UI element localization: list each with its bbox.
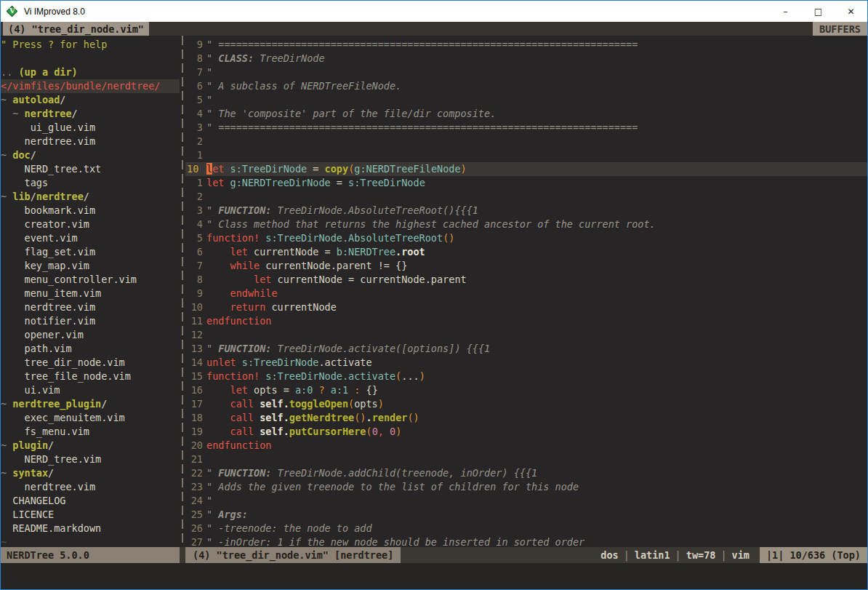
tree-row[interactable]: ui_glue.vim (1, 121, 180, 135)
tree-row[interactable]: LICENCE (1, 508, 180, 522)
statusline-info-item: tw=78 (686, 549, 716, 561)
code-line[interactable]: 25" Args: (185, 508, 867, 522)
code-line[interactable]: 1let g:NERDTreeDirNode = s:TreeDirNode (185, 176, 867, 190)
buffers-label: BUFFERS (813, 22, 867, 36)
code-line[interactable]: 5" (185, 93, 867, 107)
tree-row[interactable] (1, 52, 180, 65)
code-line[interactable]: 6" A subclass of NERDTreeFileNode. (185, 79, 867, 93)
code-line[interactable]: 19 call self.putCursorHere(0, 0) (185, 425, 867, 439)
tree-row[interactable]: nerdtree.vim (1, 300, 180, 314)
code-line[interactable]: 15function! s:TreeDirNode.activate(...) (185, 370, 867, 383)
tree-row[interactable]: nerdtree.vim (1, 135, 180, 148)
nerdtree-panel[interactable]: " Press ? for help.. (up a dir)</vimfile… (1, 36, 180, 547)
line-number: 3 (185, 121, 203, 135)
code-line-cursor[interactable]: 10let s:TreeDirNode = copy(g:NERDTreeFil… (185, 162, 867, 176)
line-number: 27 (185, 535, 203, 547)
tree-row[interactable]: tree_file_node.vim (1, 370, 180, 383)
editor-panel[interactable]: 9" =====================================… (185, 36, 867, 547)
tree-row[interactable]: creator.vim (1, 218, 180, 231)
code-line[interactable]: 23" Adds the given treenode to the list … (185, 480, 867, 494)
code-line[interactable]: 6 let currentNode = b:NERDTree.root (185, 245, 867, 259)
line-number: 24 (185, 494, 203, 508)
buffer-tab[interactable]: (4) "tree_dir_node.vim" (3, 22, 149, 36)
tree-row[interactable]: ~ nerdtree/ (1, 107, 180, 121)
tree-row[interactable]: fs_menu.vim (1, 425, 180, 439)
code-line[interactable]: 13" FUNCTION: TreeDirNode.activate([opti… (185, 342, 867, 356)
code-line[interactable]: 7" (185, 65, 867, 79)
tree-row[interactable]: NERD_tree.vim (1, 453, 180, 466)
tree-row[interactable]: ui.vim (1, 383, 180, 397)
tree-row[interactable]: " Press ? for help (1, 38, 180, 52)
tree-row[interactable]: tags (1, 176, 180, 190)
line-number: 10 (185, 300, 203, 314)
code-line[interactable]: 11endfunction (185, 314, 867, 328)
code-line[interactable]: 8 let currentNode = currentNode.parent (185, 273, 867, 287)
line-number: 9 (185, 38, 203, 52)
line-number: 5 (185, 93, 203, 107)
code-line[interactable]: 4" Class method that returns the highest… (185, 218, 867, 231)
code-line[interactable]: 27" -inOrder: 1 if the new node should b… (185, 535, 867, 547)
line-number: 7 (185, 65, 203, 79)
code-line[interactable]: 7 while currentNode.parent != {} (185, 259, 867, 273)
app-window: V Vi IMproved 8.0 – □ ✕ (4) "tree_dir_no… (0, 0, 868, 590)
tree-row[interactable]: tree_dir_node.vim (1, 356, 180, 370)
code-line[interactable]: 4" The 'composite' part of the file/dir … (185, 107, 867, 121)
tree-row[interactable]: ~ doc/ (1, 148, 180, 162)
code-line[interactable]: 2 (185, 135, 867, 148)
tree-row[interactable]: README.markdown (1, 522, 180, 535)
tree-row[interactable]: .. (up a dir) (1, 65, 180, 79)
code-line[interactable]: 16 let opts = a:0 ? a:1 : {} (185, 383, 867, 397)
code-line[interactable]: 9" =====================================… (185, 38, 867, 52)
line-number: 23 (185, 480, 203, 494)
tree-row[interactable]: bookmark.vim (1, 204, 180, 218)
window-split-separator[interactable] (180, 36, 185, 547)
code-line[interactable]: 9 endwhile (185, 287, 867, 300)
tree-row[interactable]: ~ autoload/ (1, 93, 180, 107)
code-line[interactable]: 17 call self.toggleOpen(opts) (185, 397, 867, 411)
code-line[interactable]: 3" =====================================… (185, 121, 867, 135)
tree-row[interactable]: opener.vim (1, 328, 180, 342)
code-line[interactable]: 20endfunction (185, 439, 867, 453)
code-line[interactable]: 2 (185, 190, 867, 204)
code-line[interactable]: 8" CLASS: TreeDirNode (185, 52, 867, 65)
tree-row-selected-root[interactable]: </vimfiles/bundle/nerdtree/ (1, 79, 180, 93)
tree-row[interactable]: exec_menuitem.vim (1, 411, 180, 425)
close-button[interactable]: ✕ (835, 1, 867, 22)
tree-row[interactable]: NERD_tree.txt (1, 162, 180, 176)
line-number: 2 (185, 190, 203, 204)
tree-row[interactable]: flag_set.vim (1, 245, 180, 259)
line-number: 18 (185, 411, 203, 425)
tree-row[interactable]: event.vim (1, 231, 180, 245)
statusline-separator: | (670, 549, 686, 561)
code-line[interactable]: 14unlet s:TreeDirNode.activate (185, 356, 867, 370)
tree-row[interactable]: ~ plugin/ (1, 439, 180, 453)
tree-row[interactable]: menu_controller.vim (1, 273, 180, 287)
tree-row[interactable]: CHANGELOG (1, 494, 180, 508)
code-line[interactable]: 26" -treenode: the node to add (185, 522, 867, 535)
code-line[interactable]: 5function! s:TreeDirNode.AbsoluteTreeRoo… (185, 231, 867, 245)
line-number: 11 (185, 314, 203, 328)
code-line[interactable]: 12 (185, 328, 867, 342)
code-line[interactable]: 18 call self.getNerdtree().render() (185, 411, 867, 425)
tree-row[interactable]: nerdtree.vim (1, 480, 180, 494)
tree-row[interactable]: ~ lib/nerdtree/ (1, 190, 180, 204)
code-line[interactable]: 1 (185, 148, 867, 162)
line-number: 20 (185, 439, 203, 453)
line-number: 19 (185, 425, 203, 439)
code-line[interactable]: 10 return currentNode (185, 300, 867, 314)
tree-row[interactable]: path.vim (1, 342, 180, 356)
tree-row[interactable]: menu_item.vim (1, 287, 180, 300)
minimize-button[interactable]: – (769, 1, 802, 22)
code-line[interactable]: 22" FUNCTION: TreeDirNode.addChild(treen… (185, 466, 867, 480)
maximize-button[interactable]: □ (802, 1, 835, 22)
line-number: 4 (185, 218, 203, 231)
code-line[interactable]: 24" (185, 494, 867, 508)
code-line[interactable]: 21 (185, 453, 867, 466)
tree-row[interactable]: ~ (1, 535, 180, 547)
tree-row[interactable]: ~ syntax/ (1, 466, 180, 480)
statusline-file-info: dos|latin1|tw=78|vim (401, 547, 760, 563)
tree-row[interactable]: ~ nerdtree_plugin/ (1, 397, 180, 411)
tree-row[interactable]: key_map.vim (1, 259, 180, 273)
code-line[interactable]: 3" FUNCTION: TreeDirNode.AbsoluteTreeRoo… (185, 204, 867, 218)
tree-row[interactable]: notifier.vim (1, 314, 180, 328)
